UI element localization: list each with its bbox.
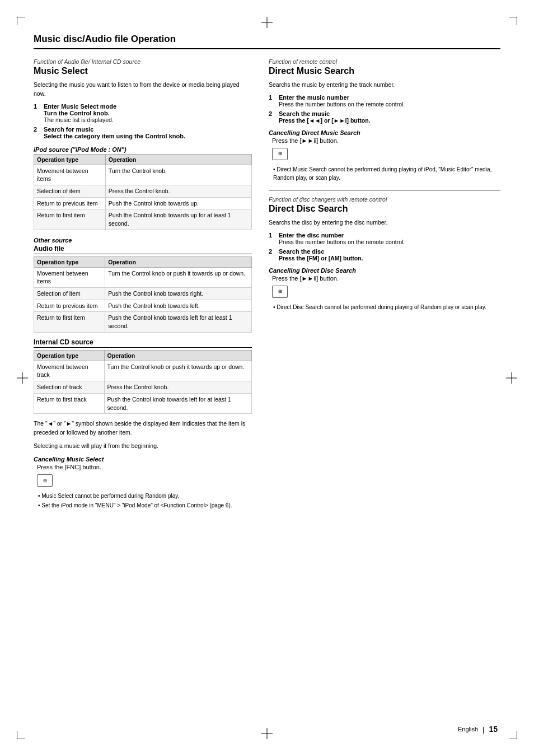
table-row: Return to previous itemPush the Control …	[34, 197, 252, 209]
right-step-1-title: Enter the music number	[279, 94, 349, 101]
right-section2-subtitle: Function of disc changers with remote co…	[269, 196, 500, 203]
ipod-table: Operation type Operation Movement betwee…	[34, 154, 252, 230]
right-section1-intro: Searchs the music by entering the track …	[269, 81, 500, 90]
left-column: Function of Audio file/ Internal CD sour…	[34, 58, 252, 511]
right-step-2-detail: Press the [◄◄] or [►►i] button.	[279, 117, 370, 124]
cancelling-music-search-step: Press the [►►ii] button.	[272, 137, 500, 144]
ipod-col-1: Operation type	[34, 154, 106, 165]
table-row: Return to first trackPush the Control kn…	[34, 393, 252, 413]
right-section2-intro: Searchs the disc by entering the disc nu…	[269, 218, 500, 227]
other-label: Other source	[34, 237, 252, 244]
right-section1-heading: Direct Music Search	[269, 66, 500, 76]
table-row: Movement between trackTurn the Control k…	[34, 361, 252, 381]
internal-table: Operation type Operation Movement betwee…	[34, 350, 252, 414]
disc-step-2-content: Search the disc Press the [FM] or [AM] b…	[279, 248, 500, 262]
right-step-1-content: Enter the music number Press the number …	[279, 94, 500, 108]
step-2-content: Search for music Select the category ite…	[44, 126, 252, 139]
fnc-icon-container: ⊞	[37, 473, 252, 488]
left-intro: Selecting the music you want to listen t…	[34, 81, 252, 99]
left-section-heading: Music Select	[34, 66, 252, 76]
corner-tr	[506, 17, 517, 28]
disc-step-1-content: Enter the disc number Press the number b…	[279, 232, 500, 245]
right-bullet-1: Direct Music Search cannot be performed …	[273, 165, 500, 182]
step-2-detail: Select the category item using the Contr…	[44, 133, 185, 139]
page-title: Music disc/Audio file Operation	[34, 34, 500, 49]
footer-language: English	[458, 726, 478, 732]
table-row: Return to previous itemPush the Control …	[34, 300, 252, 312]
audio-col-1: Operation type	[34, 256, 105, 267]
disc-step-2-title: Search the disc	[279, 248, 324, 255]
right-step-1-detail: Press the number buttons on the remote c…	[279, 101, 405, 108]
bullet-1: Music Select cannot be performed during …	[38, 492, 252, 500]
ipod-col-2: Operation	[105, 154, 251, 165]
disc-step-1: 1 Enter the disc number Press the number…	[269, 232, 500, 245]
audio-table: Operation type Operation Movement betwee…	[34, 256, 252, 333]
page: Music disc/Audio file Operation Function…	[0, 0, 534, 756]
music-cancel-icon-container: ⊞	[272, 146, 500, 162]
step-1: 1 Enter Music Select mode Turn the Contr…	[34, 103, 252, 123]
table-row: Selection of itemPush the Control knob t…	[34, 288, 252, 300]
table-row: Return to first itemPush the Control kno…	[34, 312, 252, 332]
cancelling-music-step: Press the [FNC] button.	[37, 464, 252, 470]
left-section-subtitle: Function of Audio file/ Internal CD sour…	[34, 58, 252, 65]
corner-bl	[17, 728, 28, 739]
disc-step-1-detail: Press the number buttons on the remote c…	[279, 239, 405, 245]
right-step-2-content: Search the music Press the [◄◄] or [►►i]…	[279, 110, 500, 124]
right-disc-bullet-1: Direct Disc Search cannot be performed d…	[273, 303, 500, 311]
right-step-2-number: 2	[269, 110, 277, 124]
audio-heading: Audio file	[34, 245, 252, 254]
disc-step-1-title: Enter the disc number	[279, 232, 344, 239]
right-section1-subtitle: Function of remote control	[269, 58, 500, 65]
disc-step-1-number: 1	[269, 232, 277, 245]
ipod-label: iPod source ("iPod Mode : ON")	[34, 146, 252, 153]
footer-page-number: 15	[489, 725, 498, 734]
symbol-note: The "◄" or "►" symbol shown beside the d…	[34, 419, 252, 437]
col-divider	[269, 190, 500, 190]
disc-step-2-number: 2	[269, 248, 277, 262]
crosshair-right	[506, 372, 517, 384]
fnc-icon: ⊞	[37, 474, 53, 487]
right-column: Function of remote control Direct Music …	[269, 58, 500, 511]
right-step-2-title: Search the music	[279, 110, 330, 117]
right-step-1-number: 1	[269, 94, 277, 108]
cancelling-music-search-label: Cancelling Direct Music Search	[269, 129, 500, 136]
right-step-1: 1 Enter the music number Press the numbe…	[269, 94, 500, 108]
right-step-2: 2 Search the music Press the [◄◄] or [►►…	[269, 110, 500, 124]
table-row: Selection of itemPress the Control knob.	[34, 185, 252, 197]
step-1-number: 1	[34, 103, 41, 123]
step-1-content: Enter Music Select mode Turn the Control…	[44, 103, 252, 123]
step-1-detail: Turn the Control knob.	[44, 110, 110, 116]
disc-cancel-icon-container: ⊞	[272, 284, 500, 300]
cancelling-music-label: Cancelling Music Select	[34, 456, 252, 463]
footer-divider: |	[483, 725, 484, 734]
crosshair-top	[261, 17, 273, 28]
internal-col-2: Operation	[104, 350, 251, 361]
internal-col-1: Operation type	[34, 350, 105, 361]
bullet-2: Set the iPod mode in "MENU" > "iPod Mode…	[38, 501, 252, 510]
internal-heading: Internal CD source	[34, 338, 252, 348]
right-section2-heading: Direct Disc Search	[269, 204, 500, 214]
cancelling-disc-search-step: Press the [►►ii] button.	[272, 275, 500, 282]
play-note: Selecting a music will play it from the …	[34, 442, 252, 451]
step-2-number: 2	[34, 126, 41, 139]
step-1-title: Enter Music Select mode	[44, 103, 116, 110]
corner-br	[506, 728, 517, 739]
audio-col-2: Operation	[105, 256, 252, 267]
music-cancel-icon: ⊞	[272, 148, 288, 160]
table-row: Movement between itemsTurn the Control k…	[34, 165, 252, 185]
step-1-note: The music list is displayed.	[44, 116, 114, 123]
crosshair-bottom	[261, 728, 273, 739]
main-content: Function of Audio file/ Internal CD sour…	[34, 58, 500, 511]
table-row: Movement between itemsTurn the Control k…	[34, 267, 252, 287]
disc-step-2: 2 Search the disc Press the [FM] or [AM]…	[269, 248, 500, 262]
disc-cancel-icon: ⊞	[272, 286, 288, 298]
cancelling-disc-search-label: Cancelling Direct Disc Search	[269, 267, 500, 274]
step-2: 2 Search for music Select the category i…	[34, 126, 252, 139]
page-footer: English | 15	[458, 725, 498, 734]
disc-step-2-detail: Press the [FM] or [AM] button.	[279, 255, 363, 262]
corner-tl	[17, 17, 28, 28]
crosshair-left	[17, 372, 28, 384]
table-row: Return to first itemPush the Control kno…	[34, 209, 252, 230]
step-2-title: Search for music	[44, 126, 93, 133]
table-row: Selection of trackPress the Control knob…	[34, 381, 252, 394]
